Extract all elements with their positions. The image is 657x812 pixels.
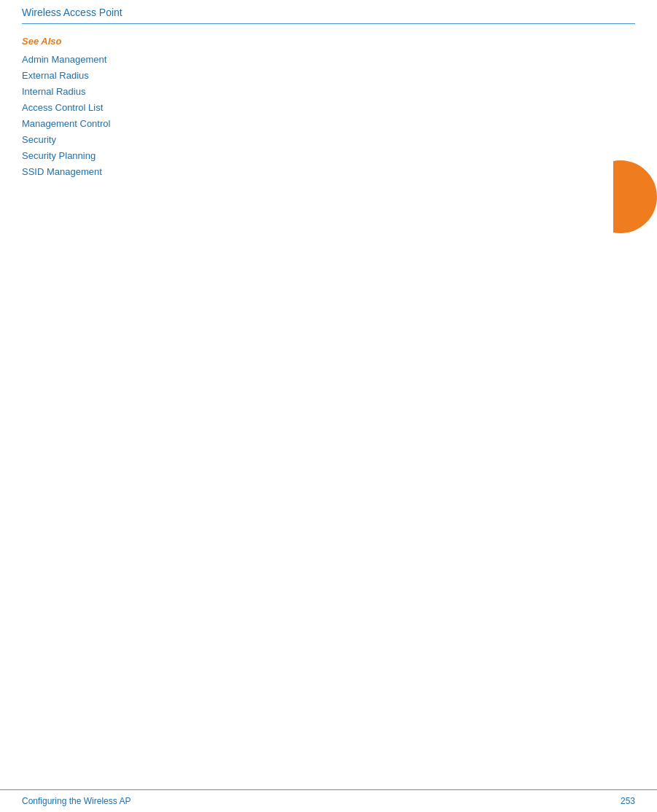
orange-semicircle-decoration [613, 160, 657, 233]
footer-page-number: 253 [621, 796, 635, 806]
ssid-management-link[interactable]: SSID Management [22, 166, 102, 177]
orange-circle-shape [613, 160, 657, 233]
internal-radius-link[interactable]: Internal Radius [22, 86, 85, 97]
page-title: Wireless Access Point [22, 7, 123, 18]
content-section: See Also Admin Management External Radiu… [22, 36, 635, 178]
access-control-list-link[interactable]: Access Control List [22, 102, 103, 113]
footer-section: Configuring the Wireless AP 253 [0, 789, 657, 812]
external-radius-link[interactable]: External Radius [22, 70, 89, 81]
admin-management-link[interactable]: Admin Management [22, 54, 106, 65]
list-item: Security Planning [22, 149, 635, 162]
list-item: Management Control [22, 117, 635, 130]
list-item: Admin Management [22, 52, 635, 66]
list-item: External Radius [22, 69, 635, 82]
header-section: Wireless Access Point [22, 0, 635, 24]
security-planning-link[interactable]: Security Planning [22, 150, 96, 161]
list-item: Access Control List [22, 101, 635, 114]
see-also-label: See Also [22, 36, 635, 47]
security-link[interactable]: Security [22, 134, 56, 145]
page-container: Wireless Access Point See Also Admin Man… [0, 0, 657, 812]
links-list: Admin Management External Radius Interna… [22, 52, 635, 178]
list-item: SSID Management [22, 165, 635, 178]
list-item: Internal Radius [22, 85, 635, 98]
list-item: Security [22, 133, 635, 146]
management-control-link[interactable]: Management Control [22, 118, 110, 129]
footer-left-text: Configuring the Wireless AP [22, 796, 131, 806]
